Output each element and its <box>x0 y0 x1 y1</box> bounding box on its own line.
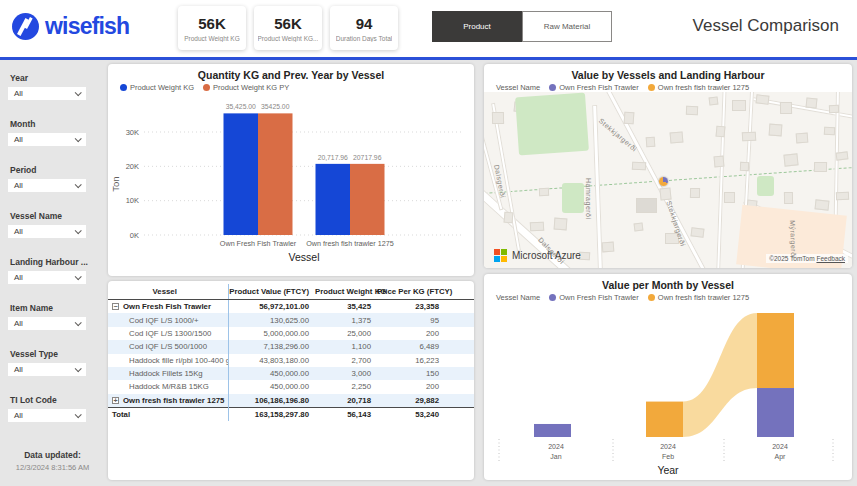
ribbon-bar-purple[interactable] <box>757 388 794 437</box>
bar-product-weight-kg-py[interactable] <box>350 164 385 235</box>
table-row[interactable]: Haddock Fillets 15Kg450,000.003,000150 <box>108 367 474 380</box>
filter-dropdown[interactable]: All <box>8 363 86 376</box>
legend-item[interactable]: Product Weight KG <box>120 83 194 92</box>
filter-year: YearAll <box>8 73 105 100</box>
building <box>554 218 568 231</box>
x-tick-year: 2024 <box>772 443 788 450</box>
cell-product-weight: 1,375 <box>315 313 377 326</box>
vessel-name: Cod IQF L/S 1000/+ <box>112 316 222 325</box>
legend-dot-icon <box>549 294 556 301</box>
ribbon-flow[interactable] <box>683 313 757 437</box>
vessel-name: Cod IQF L/S 1300/1500 <box>112 329 222 338</box>
filter-dropdown[interactable]: All <box>8 409 86 422</box>
bar-product-weight-kg-py[interactable] <box>258 113 293 235</box>
expand-icon[interactable]: + <box>112 397 119 404</box>
vessel-name-text: Own Fresh Fish Trawler <box>123 302 211 311</box>
cell-avg-price <box>445 354 474 367</box>
table-row[interactable]: Haddock M/R&B 15KG450,000.002,250200 <box>108 380 474 393</box>
bar-chart-plot[interactable]: 0K10K20K30KTon35,425.0035425.00Own Fresh… <box>108 92 474 270</box>
cell-avg-price <box>445 394 474 408</box>
vessel-name: +Own fresh fish trawler 1275 <box>112 396 222 405</box>
cell-price-per-kg: 150 <box>377 367 445 380</box>
table-header-row[interactable]: VesselProduct Value (FTCY)Product Weight… <box>108 284 474 300</box>
cell-product-weight: 20,718 <box>315 394 377 408</box>
page-title: Vessel Comparison <box>693 16 839 36</box>
table-row[interactable]: Cod IQF L/S 1000/+130,625.001,37595 <box>108 313 474 326</box>
column-header-product-weight-kg[interactable]: Product Weight KG <box>315 284 377 300</box>
column-header-vessel[interactable]: Vessel <box>108 284 228 300</box>
collapse-icon[interactable]: − <box>112 303 119 310</box>
kpi-card[interactable]: 94Duration Days Total <box>330 6 398 50</box>
cell-vessel: Cod IQF L/S 1000/+ <box>108 313 228 326</box>
ribbon-chart-panel[interactable]: Value per Month by Vessel Vessel NameOwn… <box>484 274 852 480</box>
cell-product-value: 5,000,000.00 <box>228 327 315 340</box>
legend-dot-icon <box>648 294 655 301</box>
vessel-table-panel[interactable]: VesselProduct Value (FTCY)Product Weight… <box>108 281 474 480</box>
filter-dropdown[interactable]: All <box>8 225 86 238</box>
filter-label: Month <box>10 119 105 129</box>
table-row[interactable]: Total163,158,297.8056,14353,240 <box>108 408 474 422</box>
legend-item[interactable]: Own fresh fish trawler 1275 <box>648 83 749 92</box>
legend-item[interactable]: Own Fresh Fish Trawler <box>549 293 639 302</box>
cell-product-value: 130,625.00 <box>228 313 315 326</box>
filter-dropdown[interactable]: All <box>8 133 86 146</box>
cell-avg-price <box>445 380 474 393</box>
vessel-map-marker[interactable] <box>659 177 668 186</box>
kpi-card[interactable]: 56KProduct Weight KG <box>178 6 246 50</box>
cell-vessel: Haddock Fillets 15Kg <box>108 367 228 380</box>
table-row[interactable]: Cod IQF L/S 1300/15005,000,000.0025,0002… <box>108 327 474 340</box>
column-header-product-value-ftcy-[interactable]: Product Value (FTCY) <box>228 284 315 300</box>
toggle-raw-material-button[interactable]: Raw Material <box>522 11 612 42</box>
table-row[interactable]: −Own Fresh Fish Trawler56,972,101.0035,4… <box>108 300 474 314</box>
chevron-down-icon <box>75 319 82 326</box>
ribbon-bar-amber[interactable] <box>757 313 794 388</box>
wisefish-logo: wisefish <box>12 13 129 40</box>
table-row[interactable]: +Own fresh fish trawler 1275106,186,196.… <box>108 394 474 408</box>
ribbon-bar-amber[interactable] <box>646 402 683 437</box>
bar-product-weight-kg[interactable] <box>316 164 351 235</box>
legend-item[interactable]: Product Weight KG PY <box>203 83 289 92</box>
vessel-name-text: Haddock Fillets 15Kg <box>129 369 203 378</box>
building <box>815 199 830 210</box>
cell-product-value: 56,972,101.00 <box>228 300 315 314</box>
bar-product-weight-kg[interactable] <box>224 113 259 235</box>
legend-item[interactable]: Own fresh fish trawler 1275 <box>648 293 749 302</box>
cell-price-per-kg: 16,223 <box>377 354 445 367</box>
kpi-card[interactable]: 56KProduct Weight KG... <box>254 6 322 50</box>
building <box>829 105 839 113</box>
filter-dropdown[interactable]: All <box>8 271 86 284</box>
feedback-link[interactable]: Feedback <box>816 255 845 262</box>
chevron-down-icon <box>75 181 82 188</box>
data-updated: Data updated: 12/3/2024 8:31:56 AM <box>0 450 105 472</box>
vessel-name: −Own Fresh Fish Trawler <box>112 302 222 311</box>
x-category-label: Own Fresh Fish Trawler <box>220 239 297 248</box>
ribbon-bar-purple[interactable] <box>534 424 571 437</box>
ribbon-chart-plot[interactable]: 2024Jan2024Feb2024AprYear <box>484 302 852 476</box>
building <box>492 112 504 124</box>
map-panel[interactable]: Value by Vessels and Landing Harbour Ves… <box>484 64 852 268</box>
building <box>539 188 549 196</box>
toggle-product-button[interactable]: Product <box>432 11 522 42</box>
vessel-name: Cod IQF L/S 500/1000 <box>112 342 222 351</box>
filter-dropdown[interactable]: All <box>8 179 86 192</box>
filter-landing-harbour-: Landing Harbour ...All <box>8 257 105 284</box>
kpi-label: Product Weight KG... <box>258 35 319 42</box>
quantity-bar-chart-panel[interactable]: Quantity KG and Prev. Year by Vessel Pro… <box>108 64 474 276</box>
filter-dropdown[interactable]: All <box>8 317 86 330</box>
chevron-down-icon <box>75 135 82 142</box>
filter-dropdown[interactable]: All <box>8 87 86 100</box>
legend-label: Own fresh fish trawler 1275 <box>658 83 749 92</box>
table-row[interactable]: Cod IQF L/S 500/10007,138,296.001,1006,4… <box>108 340 474 353</box>
wisefish-logo-icon <box>12 13 39 40</box>
cell-product-value: 163,158,297.80 <box>228 408 315 422</box>
street-map[interactable]: Microsoft Azure ©2025 TomTom Feedback St… <box>484 92 852 268</box>
table-row[interactable]: Haddock fille ri/pbi 100-400 gr43,803,18… <box>108 354 474 367</box>
legend-dot-icon <box>549 84 556 91</box>
building <box>783 153 798 166</box>
building <box>714 156 725 168</box>
building <box>836 151 849 160</box>
cell-price-per-kg: 53,240 <box>377 408 445 422</box>
column-header-price-per-kg-ftcy-[interactable]: Price Per KG (FTCY) <box>377 284 445 300</box>
cell-product-weight: 1,100 <box>315 340 377 353</box>
legend-item[interactable]: Own Fresh Fish Trawler <box>549 83 639 92</box>
